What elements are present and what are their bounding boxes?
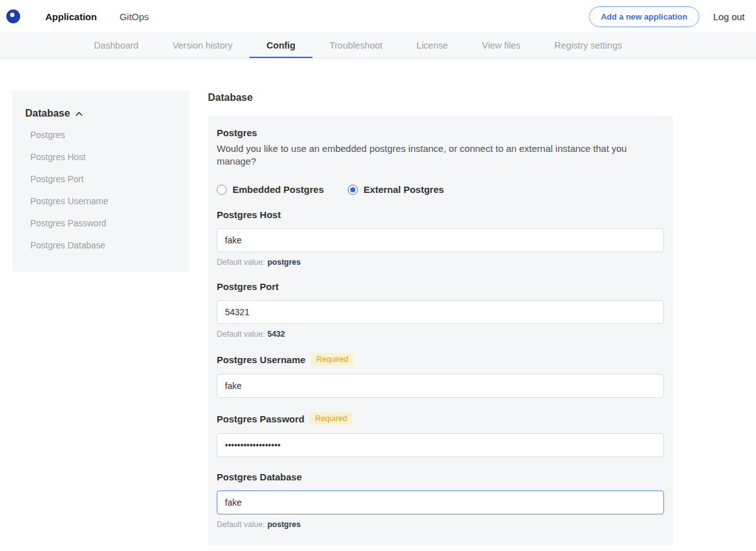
app-logo-icon [6,9,20,23]
field-label-text: Postgres Username [217,354,306,365]
postgres-password-input[interactable] [217,433,664,457]
postgres-host-input[interactable] [217,228,664,252]
postgres-host-label: Postgres Host [217,209,664,220]
postgres-database-input[interactable] [217,490,664,514]
field-label-text: Postgres Password [217,414,304,424]
top-tabs: Application GitOps [45,11,149,22]
subnav-item-license[interactable]: License [399,33,465,58]
content: Database Postgres Postgres Host Postgres… [0,59,756,551]
radio-embedded-postgres[interactable]: Embedded Postgres [217,184,324,195]
sidebar-item-postgres-username[interactable]: Postgres Username [30,195,179,207]
postgres-username-label: Postgres Username Required [217,353,664,366]
field-label-text: Postgres Database [217,472,302,482]
postgres-help-text: Would you like to use an embedded postgr… [217,142,664,168]
radio-label: Embedded Postgres [232,184,324,195]
topbar-right: Add a new application Log out [589,6,745,27]
default-prefix: Default value: [217,330,265,339]
default-value: 5432 [267,330,285,339]
required-badge: Required [310,412,352,425]
sidebar-group-database[interactable]: Database [25,108,179,119]
config-main: Database Postgres Would you like to use … [208,91,673,551]
required-badge: Required [311,353,353,366]
sidebar-item-postgres-port[interactable]: Postgres Port [30,173,179,185]
subnav-item-troubleshoot[interactable]: Troubleshoot [312,33,399,58]
add-new-application-button[interactable]: Add a new application [589,6,699,27]
postgres-database-label: Postgres Database [217,472,664,482]
radio-label: External Postgres [364,184,444,195]
postgres-group-label: Postgres [217,127,664,138]
sidebar-item-postgres-host[interactable]: Postgres Host [30,151,179,163]
postgres-port-input[interactable] [217,300,664,324]
subnav: Dashboard Version history Config Trouble… [0,33,756,59]
subnav-item-dashboard[interactable]: Dashboard [77,33,156,58]
field-label-text: Postgres Host [217,209,281,220]
subnav-item-version-history[interactable]: Version history [156,33,249,58]
postgres-username-input[interactable] [217,374,664,398]
page-title: Database [208,92,673,103]
subnav-item-registry-settings[interactable]: Registry settings [537,33,639,58]
tab-application[interactable]: Application [45,11,97,22]
chevron-up-icon [75,111,83,117]
database-config-card: Postgres Would you like to use an embedd… [208,116,673,545]
default-prefix: Default value: [217,258,265,267]
radio-external-postgres[interactable]: External Postgres [348,184,444,195]
postgres-port-label: Postgres Port [217,281,664,292]
sidebar-item-postgres-database[interactable]: Postgres Database [30,239,179,252]
radio-checked-icon [348,185,358,195]
postgres-port-default: Default value:5432 [217,330,664,339]
default-value: postgres [267,258,301,267]
sidebar-item-postgres[interactable]: Postgres [30,129,179,141]
logout-button[interactable]: Log out [713,11,745,22]
sidebar-group-label: Database [25,108,70,119]
postgres-host-default: Default value:postgres [217,258,664,267]
radio-unchecked-icon [217,185,227,195]
default-prefix: Default value: [217,520,265,529]
postgres-database-default: Default value:postgres [217,520,664,529]
postgres-radio-group: Embedded Postgres External Postgres [217,184,664,195]
sidebar-item-postgres-password[interactable]: Postgres Password [30,217,179,229]
field-label-text: Postgres Port [217,281,278,292]
tab-gitops[interactable]: GitOps [120,11,149,22]
config-sidebar: Database Postgres Postgres Host Postgres… [13,91,189,272]
topbar: Application GitOps Add a new application… [0,0,756,33]
default-value: postgres [267,520,301,529]
subnav-item-view-files[interactable]: View files [465,33,537,58]
subnav-item-config[interactable]: Config [249,33,312,58]
postgres-password-label: Postgres Password Required [217,412,664,425]
